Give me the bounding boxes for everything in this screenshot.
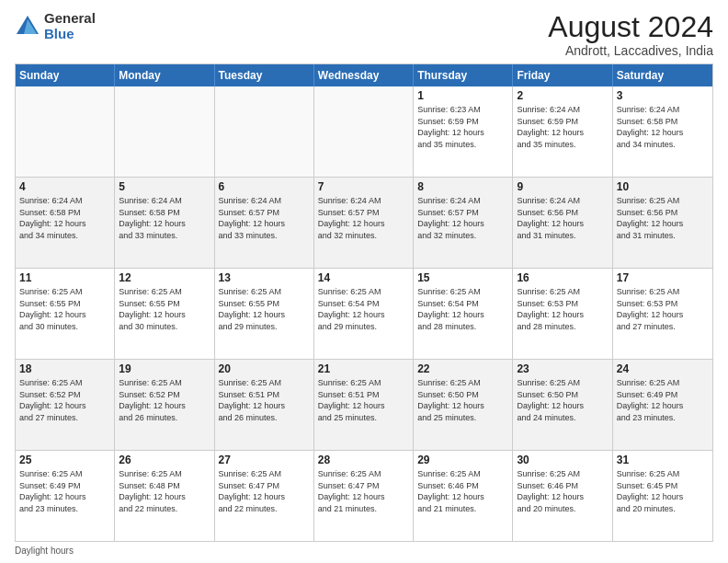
day-number: 21	[318, 362, 409, 375]
cell-details: Sunrise: 6:25 AM Sunset: 6:45 PM Dayligh…	[617, 468, 709, 514]
cell-details: Sunrise: 6:25 AM Sunset: 6:46 PM Dayligh…	[417, 468, 508, 514]
day-number: 29	[417, 454, 508, 466]
day-number: 2	[517, 89, 608, 102]
calendar-cell-29: 29Sunrise: 6:25 AM Sunset: 6:46 PM Dayli…	[414, 451, 513, 541]
cell-details: Sunrise: 6:23 AM Sunset: 6:59 PM Dayligh…	[417, 104, 508, 150]
header: General Blue August 2024 Andrott, Laccad…	[15, 11, 713, 58]
calendar-body: 1Sunrise: 6:23 AM Sunset: 6:59 PM Daylig…	[16, 86, 712, 541]
calendar-cell-empty	[115, 86, 214, 177]
cell-details: Sunrise: 6:24 AM Sunset: 6:57 PM Dayligh…	[318, 195, 409, 241]
day-number: 23	[517, 362, 608, 375]
calendar-cell-12: 12Sunrise: 6:25 AM Sunset: 6:55 PM Dayli…	[115, 269, 214, 359]
day-number: 1	[417, 89, 508, 102]
cell-details: Sunrise: 6:25 AM Sunset: 6:48 PM Dayligh…	[119, 468, 210, 514]
cell-details: Sunrise: 6:25 AM Sunset: 6:50 PM Dayligh…	[417, 377, 508, 423]
calendar-cell-23: 23Sunrise: 6:25 AM Sunset: 6:50 PM Dayli…	[513, 360, 612, 450]
calendar-cell-21: 21Sunrise: 6:25 AM Sunset: 6:51 PM Dayli…	[314, 360, 414, 450]
calendar-cell-3: 3Sunrise: 6:24 AM Sunset: 6:58 PM Daylig…	[613, 86, 712, 177]
logo-general: General	[44, 11, 96, 27]
calendar-cell-20: 20Sunrise: 6:25 AM Sunset: 6:51 PM Dayli…	[215, 360, 314, 450]
calendar-header-friday: Friday	[513, 64, 612, 86]
cell-details: Sunrise: 6:25 AM Sunset: 6:49 PM Dayligh…	[617, 377, 709, 423]
page: General Blue August 2024 Andrott, Laccad…	[0, 0, 728, 563]
cell-details: Sunrise: 6:24 AM Sunset: 6:56 PM Dayligh…	[517, 195, 608, 241]
calendar-cell-11: 11Sunrise: 6:25 AM Sunset: 6:55 PM Dayli…	[16, 269, 115, 359]
calendar-header-wednesday: Wednesday	[314, 64, 414, 86]
calendar-cell-25: 25Sunrise: 6:25 AM Sunset: 6:49 PM Dayli…	[16, 451, 115, 541]
calendar-cell-empty	[16, 86, 115, 177]
cell-details: Sunrise: 6:24 AM Sunset: 6:58 PM Dayligh…	[617, 104, 709, 150]
calendar-cell-14: 14Sunrise: 6:25 AM Sunset: 6:54 PM Dayli…	[314, 269, 414, 359]
day-number: 10	[617, 180, 709, 193]
calendar-week-3: 11Sunrise: 6:25 AM Sunset: 6:55 PM Dayli…	[16, 269, 712, 360]
calendar-cell-18: 18Sunrise: 6:25 AM Sunset: 6:52 PM Dayli…	[16, 360, 115, 450]
cell-details: Sunrise: 6:24 AM Sunset: 6:58 PM Dayligh…	[119, 195, 210, 241]
cell-details: Sunrise: 6:25 AM Sunset: 6:52 PM Dayligh…	[19, 377, 110, 423]
logo-blue: Blue	[44, 27, 96, 42]
calendar-cell-8: 8Sunrise: 6:24 AM Sunset: 6:57 PM Daylig…	[414, 178, 513, 268]
cell-details: Sunrise: 6:24 AM Sunset: 6:59 PM Dayligh…	[517, 104, 608, 150]
calendar-cell-7: 7Sunrise: 6:24 AM Sunset: 6:57 PM Daylig…	[314, 178, 414, 268]
calendar-cell-4: 4Sunrise: 6:24 AM Sunset: 6:58 PM Daylig…	[16, 178, 115, 268]
day-number: 14	[318, 271, 409, 284]
location: Andrott, Laccadives, India	[548, 43, 713, 58]
day-number: 5	[119, 180, 210, 193]
calendar-cell-19: 19Sunrise: 6:25 AM Sunset: 6:52 PM Dayli…	[115, 360, 214, 450]
cell-details: Sunrise: 6:25 AM Sunset: 6:50 PM Dayligh…	[517, 377, 608, 423]
calendar-cell-15: 15Sunrise: 6:25 AM Sunset: 6:54 PM Dayli…	[414, 269, 513, 359]
day-number: 20	[219, 362, 310, 375]
calendar-cell-1: 1Sunrise: 6:23 AM Sunset: 6:59 PM Daylig…	[414, 86, 513, 177]
calendar-cell-5: 5Sunrise: 6:24 AM Sunset: 6:58 PM Daylig…	[115, 178, 214, 268]
cell-details: Sunrise: 6:25 AM Sunset: 6:55 PM Dayligh…	[19, 286, 110, 332]
calendar: SundayMondayTuesdayWednesdayThursdayFrid…	[15, 63, 713, 542]
cell-details: Sunrise: 6:25 AM Sunset: 6:47 PM Dayligh…	[318, 468, 409, 514]
cell-details: Sunrise: 6:24 AM Sunset: 6:58 PM Dayligh…	[19, 195, 110, 241]
calendar-header-thursday: Thursday	[414, 64, 513, 86]
calendar-cell-6: 6Sunrise: 6:24 AM Sunset: 6:57 PM Daylig…	[215, 178, 314, 268]
cell-details: Sunrise: 6:25 AM Sunset: 6:47 PM Dayligh…	[219, 468, 310, 514]
calendar-cell-empty	[215, 86, 314, 177]
calendar-week-4: 18Sunrise: 6:25 AM Sunset: 6:52 PM Dayli…	[16, 360, 712, 451]
day-number: 18	[19, 362, 110, 375]
calendar-week-1: 1Sunrise: 6:23 AM Sunset: 6:59 PM Daylig…	[16, 86, 712, 178]
calendar-cell-10: 10Sunrise: 6:25 AM Sunset: 6:56 PM Dayli…	[613, 178, 712, 268]
cell-details: Sunrise: 6:24 AM Sunset: 6:57 PM Dayligh…	[417, 195, 508, 241]
cell-details: Sunrise: 6:25 AM Sunset: 6:55 PM Dayligh…	[219, 286, 310, 332]
day-number: 8	[417, 180, 508, 193]
logo-text: General Blue	[44, 11, 96, 41]
day-number: 3	[617, 89, 709, 102]
calendar-cell-27: 27Sunrise: 6:25 AM Sunset: 6:47 PM Dayli…	[215, 451, 314, 541]
calendar-cell-empty	[314, 86, 414, 177]
day-number: 13	[219, 271, 310, 284]
day-number: 31	[617, 454, 709, 466]
calendar-week-2: 4Sunrise: 6:24 AM Sunset: 6:58 PM Daylig…	[16, 178, 712, 269]
day-number: 26	[119, 454, 210, 466]
day-number: 16	[517, 271, 608, 284]
day-number: 6	[219, 180, 310, 193]
calendar-week-5: 25Sunrise: 6:25 AM Sunset: 6:49 PM Dayli…	[16, 451, 712, 541]
calendar-cell-30: 30Sunrise: 6:25 AM Sunset: 6:46 PM Dayli…	[513, 451, 612, 541]
cell-details: Sunrise: 6:25 AM Sunset: 6:49 PM Dayligh…	[19, 468, 110, 514]
calendar-cell-26: 26Sunrise: 6:25 AM Sunset: 6:48 PM Dayli…	[115, 451, 214, 541]
cell-details: Sunrise: 6:24 AM Sunset: 6:57 PM Dayligh…	[219, 195, 310, 241]
day-number: 4	[19, 180, 110, 193]
cell-details: Sunrise: 6:25 AM Sunset: 6:54 PM Dayligh…	[417, 286, 508, 332]
day-number: 19	[119, 362, 210, 375]
calendar-cell-16: 16Sunrise: 6:25 AM Sunset: 6:53 PM Dayli…	[513, 269, 612, 359]
calendar-header-monday: Monday	[115, 64, 214, 86]
day-number: 9	[517, 180, 608, 193]
calendar-header-row: SundayMondayTuesdayWednesdayThursdayFrid…	[16, 64, 712, 86]
calendar-header-saturday: Saturday	[613, 64, 712, 86]
month-title: August 2024	[548, 11, 713, 43]
day-number: 12	[119, 271, 210, 284]
logo-icon	[15, 14, 40, 40]
calendar-cell-17: 17Sunrise: 6:25 AM Sunset: 6:53 PM Dayli…	[613, 269, 712, 359]
day-number: 28	[318, 454, 409, 466]
calendar-cell-13: 13Sunrise: 6:25 AM Sunset: 6:55 PM Dayli…	[215, 269, 314, 359]
day-number: 22	[417, 362, 508, 375]
day-number: 27	[219, 454, 310, 466]
cell-details: Sunrise: 6:25 AM Sunset: 6:54 PM Dayligh…	[318, 286, 409, 332]
cell-details: Sunrise: 6:25 AM Sunset: 6:53 PM Dayligh…	[517, 286, 608, 332]
cell-details: Sunrise: 6:25 AM Sunset: 6:53 PM Dayligh…	[617, 286, 709, 332]
calendar-cell-31: 31Sunrise: 6:25 AM Sunset: 6:45 PM Dayli…	[613, 451, 712, 541]
